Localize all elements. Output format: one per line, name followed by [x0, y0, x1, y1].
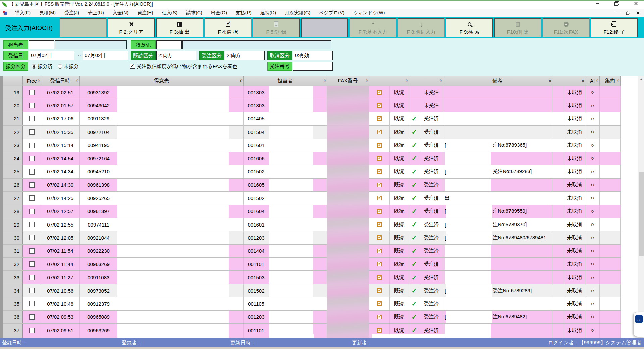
mdi-close-icon[interactable]	[636, 11, 640, 15]
customer-code-input[interactable]	[156, 40, 182, 49]
radio-assigned-icon[interactable]	[32, 64, 36, 69]
toolbar-button-F 3:抽 出[interactable]: F 3:抽 出	[156, 18, 203, 37]
free-checkbox[interactable]	[29, 209, 35, 214]
free-checkbox[interactable]	[29, 90, 35, 95]
free-checkbox[interactable]	[29, 222, 35, 227]
table-row[interactable]: 2507/02 14:3400945210001502既読✓受注済[受注No:6…	[3, 165, 621, 178]
free-checkbox[interactable]	[29, 169, 35, 174]
free-checkbox[interactable]	[29, 248, 35, 254]
column-header-free[interactable]: Free◊	[23, 76, 41, 86]
free-checkbox[interactable]	[29, 328, 35, 333]
radio-unassigned[interactable]: 未振分	[58, 63, 79, 70]
menu-item-14[interactable]: ウィンドウ(W)	[349, 9, 389, 17]
menu-item-1[interactable]: 導入(F)	[11, 9, 35, 17]
table-row[interactable]: 2107/02 17:0600911329001405既読✓受注済未取消○	[3, 112, 621, 126]
free-checkbox[interactable]	[29, 275, 35, 280]
receive-date-from-input[interactable]	[29, 51, 74, 60]
menu-item-7[interactable]: 仕入(S)	[158, 9, 182, 17]
column-header-remarks[interactable]: 備考◊	[443, 76, 552, 86]
table-row[interactable]: 2307/02 15:1400941195001601既読✓受注済[注No:67…	[3, 139, 621, 152]
toolbar-button-F 9:検 索[interactable]: F 9:検 索	[446, 18, 493, 37]
child-window-icon[interactable]	[3, 11, 7, 15]
restore-icon[interactable]	[614, 1, 619, 6]
column-header-staff[interactable]: 担当者◊	[244, 76, 327, 86]
scrollbar-thumb[interactable]	[639, 172, 644, 256]
customer-code-cell: 00925265	[80, 192, 117, 204]
free-checkbox[interactable]	[29, 103, 35, 108]
table-row[interactable]: 3007/02 12:0500921044001203既読✓受注済[注No:67…	[3, 231, 621, 244]
column-header-cancel-status[interactable]: ◊	[552, 76, 585, 86]
toolbar-button-F 2:クリア[interactable]: F 2:クリア	[108, 18, 155, 37]
remark-redacted	[446, 231, 492, 244]
table-row[interactable]: 3307/02 11:2700911083001503既読✓受注済未取消○	[3, 271, 621, 284]
scroll-up-arrow-icon[interactable]: ▲	[638, 76, 644, 82]
cancel-kbn-input[interactable]	[293, 51, 333, 60]
staff-code-input[interactable]	[29, 40, 54, 49]
column-header-ai[interactable]: AI◊	[585, 76, 600, 86]
menu-item-10[interactable]: 支払(P)	[231, 9, 256, 17]
mdi-minimize-icon[interactable]	[616, 11, 620, 15]
free-checkbox[interactable]	[29, 116, 35, 121]
table-row[interactable]: 3407/02 10:5600973052001502既読✓受注済[受注No:6…	[3, 284, 621, 297]
menu-item-11[interactable]: 連携(D)	[256, 9, 280, 17]
table-row[interactable]: 2607/02 14:3000961398001605既読✓受注済未取消○	[3, 179, 621, 192]
menu-item-4[interactable]: 売上(U)	[84, 9, 108, 17]
table-row[interactable]: 1907/02 02:5100931392001303既読未受注未取消○	[3, 86, 621, 99]
menu-item-8[interactable]: 請求(C)	[182, 9, 206, 17]
free-checkbox[interactable]	[29, 143, 35, 148]
highlight-low-confidence-checkbox[interactable]: 受注数信頼度が低い物が含まれるFAXを着色	[130, 63, 237, 70]
menu-item-5[interactable]: 入金(N)	[108, 9, 133, 17]
radio-assigned[interactable]: 振分済	[32, 63, 53, 70]
staff-name-input[interactable]	[55, 40, 127, 49]
menu-item-3[interactable]: 受注(J)	[60, 9, 84, 17]
staff-name-cell	[269, 165, 327, 178]
column-header-customer[interactable]: 得意先◊	[80, 76, 244, 86]
free-checkbox[interactable]	[29, 314, 35, 320]
read-text-cell: 既読	[390, 112, 409, 125]
toolbar-button-F12:終 了[interactable]: F12:終 了	[591, 18, 638, 37]
menu-item-6[interactable]: 発注(H)	[133, 9, 157, 17]
close-icon[interactable]	[634, 1, 638, 6]
vertical-scrollbar[interactable]: ▲ ▼	[638, 76, 644, 338]
column-header-fax-number[interactable]: FAX番号◊	[327, 76, 369, 86]
column-header-read-status[interactable]: ◊	[369, 76, 409, 86]
highlight-checkbox-icon[interactable]	[130, 64, 135, 69]
table-row[interactable]: 2407/02 14:5400972164001606既読✓受注済未取消○	[3, 152, 621, 165]
menu-item-9[interactable]: 出金(O)	[207, 9, 231, 17]
table-row[interactable]: 2007/02 01:5700943042001303既読未受注未取消○	[3, 99, 621, 112]
free-checkbox[interactable]	[29, 235, 35, 240]
column-header-aggregate[interactable]: 集約◊	[600, 76, 621, 86]
radio-unassigned-icon[interactable]	[58, 64, 62, 69]
free-checkbox[interactable]	[29, 195, 35, 201]
table-row[interactable]: 3107/02 11:5400922230001404既読✓受注済未取消○	[3, 245, 621, 258]
column-header-order-status[interactable]: ◊	[409, 76, 443, 86]
column-header-receive-datetime[interactable]: 受信日時◊	[41, 76, 80, 86]
menu-item-13[interactable]: ベジプロ(V)	[315, 9, 349, 17]
menu-item-2[interactable]: 見積(M)	[35, 9, 60, 17]
toolbar-button-F 4:選 択[interactable]: F 4:選 択	[205, 18, 251, 37]
customer-name-input[interactable]	[182, 40, 331, 49]
remark-text: 注No:6789480/6789481	[492, 235, 546, 241]
table-row[interactable]: 2707/02 14:2500925265001502既読✓受注済出未取消○	[3, 192, 621, 205]
table-row[interactable]: 3207/02 11:4400963269001101既読✓受注済未取消○	[3, 258, 621, 271]
free-checkbox[interactable]	[29, 129, 35, 135]
free-checkbox[interactable]	[29, 261, 35, 267]
minimize-icon[interactable]	[595, 1, 600, 6]
free-checkbox[interactable]	[29, 301, 35, 306]
free-checkbox[interactable]	[29, 156, 35, 161]
free-checkbox[interactable]	[29, 182, 35, 188]
table-row[interactable]: 3607/02 09:5300965089001203既読✓受注済[注No:67…	[3, 311, 621, 324]
table-row[interactable]: 2807/02 12:5700961397001604既読✓受注済[注No:67…	[3, 205, 621, 218]
table-row[interactable]: 3507/02 10:4800912379001105既読✓受注済未取消○	[3, 297, 621, 310]
teamviewer-flyout-tab[interactable]: ↔	[633, 312, 644, 337]
table-row[interactable]: 2907/02 12:5500974111001601既読✓受注済[注No:67…	[3, 218, 621, 231]
receive-date-to-input[interactable]	[83, 51, 128, 60]
mdi-restore-icon[interactable]	[626, 11, 630, 15]
read-kbn-input[interactable]	[156, 51, 196, 60]
table-row[interactable]: 2207/02 15:3500972104001504既読✓受注済未取消○	[3, 126, 621, 139]
free-checkbox[interactable]	[29, 288, 35, 293]
menu-item-12[interactable]: 月次実績(G)	[280, 9, 315, 17]
order-no-input[interactable]	[293, 62, 333, 71]
order-kbn-input[interactable]	[225, 51, 265, 60]
customer-name-cell	[117, 112, 244, 125]
